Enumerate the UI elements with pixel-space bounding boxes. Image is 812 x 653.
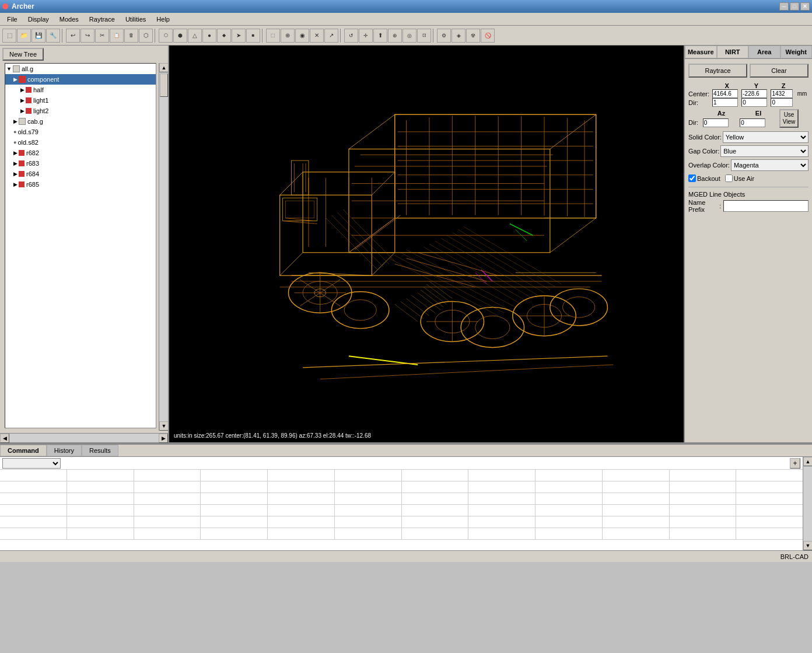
tab-measure[interactable]: Measure — [685, 46, 717, 58]
tb-pref[interactable]: 🔧 — [46, 29, 60, 43]
tb-prim7[interactable]: ■ — [246, 29, 260, 43]
el-input[interactable] — [740, 118, 765, 127]
tb-extra3[interactable]: ☢ — [466, 29, 480, 43]
tb-delete[interactable]: 🗑 — [124, 29, 138, 43]
use-air-label[interactable]: Use Air — [725, 174, 754, 182]
tb-prim5[interactable]: ◆ — [217, 29, 231, 43]
cmd-cell — [736, 481, 803, 493]
menu-file[interactable]: File — [2, 15, 22, 24]
tab-history[interactable]: History — [47, 445, 82, 456]
tree-item-cab-g[interactable]: ▶ cab.g — [5, 116, 156, 127]
tab-weight[interactable]: Weight — [780, 46, 813, 58]
menu-modes[interactable]: Modes — [55, 15, 83, 24]
tb-extra1[interactable]: ⚙ — [437, 29, 451, 43]
tree-item-r682[interactable]: ▶ r682 — [5, 148, 156, 158]
minimize-button[interactable]: ─ — [779, 2, 789, 11]
clear-button[interactable]: Clear — [750, 64, 808, 78]
tb-view1[interactable]: ⬚ — [266, 29, 280, 43]
cmd-cell — [0, 470, 67, 481]
tree-item-r683[interactable]: ▶ r683 — [5, 158, 156, 169]
tb-view5[interactable]: ↗ — [324, 29, 338, 43]
tree-item-half[interactable]: ▶ half — [5, 85, 156, 95]
menu-raytrace[interactable]: Raytrace — [85, 15, 120, 24]
tree-scroll-down[interactable]: ▼ — [159, 421, 168, 431]
raytrace-button[interactable]: Raytrace — [688, 64, 747, 78]
use-air-checkbox[interactable] — [725, 174, 733, 182]
tb-cut[interactable]: ✂ — [95, 29, 109, 43]
tree-item-r684[interactable]: ▶ r684 — [5, 169, 156, 179]
left-panel: New Tree ▼ all.g ▶ component — [0, 46, 169, 442]
cmd-dropdown[interactable] — [2, 458, 61, 469]
az-input[interactable] — [703, 118, 729, 127]
tb-prim4[interactable]: ● — [202, 29, 216, 43]
tb-rot6[interactable]: ⊡ — [417, 29, 431, 43]
tree-item-r685[interactable]: ▶ r685 — [5, 179, 156, 190]
cmd-cell — [201, 481, 268, 493]
tab-results[interactable]: Results — [82, 445, 118, 456]
cmd-cell — [335, 493, 402, 504]
backout-label[interactable]: Backout — [688, 174, 720, 182]
viewport[interactable]: units:in size:265.67 center:(81.41, 61.3… — [169, 46, 684, 442]
tab-command[interactable]: Command — [0, 445, 47, 456]
maximize-button[interactable]: □ — [790, 2, 799, 11]
tb-save[interactable]: 💾 — [32, 29, 46, 43]
svg-line-10 — [372, 253, 394, 275]
tb-undo[interactable]: ↩ — [66, 29, 80, 43]
tb-select[interactable]: ⬡ — [139, 29, 153, 43]
tree-scroll-thumb[interactable] — [160, 74, 168, 97]
tb-view4[interactable]: ✕ — [310, 29, 324, 43]
dir-z-input[interactable] — [771, 98, 793, 107]
tab-area[interactable]: Area — [748, 46, 780, 58]
tab-nirt[interactable]: NIRT — [717, 46, 749, 58]
tb-copy[interactable]: 📋 — [110, 29, 124, 43]
tb-redo[interactable]: ↪ — [80, 29, 94, 43]
tb-rot1[interactable]: ↺ — [344, 29, 358, 43]
tb-rot3[interactable]: ⬆ — [373, 29, 387, 43]
tree-scroll-up[interactable]: ▲ — [159, 63, 168, 72]
center-y-input[interactable] — [741, 89, 767, 98]
gap-color-select[interactable]: Blue Red Green — [720, 145, 808, 157]
hscroll-right[interactable]: ▶ — [159, 434, 168, 443]
solid-color-select[interactable]: Yellow Red Green — [723, 131, 808, 143]
tree-item-old-s82[interactable]: ● old.s82 — [5, 137, 156, 148]
cmd-scroll-down[interactable]: ▼ — [803, 541, 812, 550]
cmd-cell — [402, 470, 469, 481]
hscroll-left[interactable]: ◀ — [0, 434, 9, 443]
tb-rot2[interactable]: ✛ — [359, 29, 373, 43]
tb-open[interactable]: 📁 — [17, 29, 31, 43]
use-view-button[interactable]: Use View — [779, 109, 799, 128]
menu-help[interactable]: Help — [152, 15, 174, 24]
tb-extra2[interactable]: ◈ — [452, 29, 466, 43]
close-button[interactable]: ✕ — [800, 2, 810, 11]
name-prefix-input[interactable] — [723, 200, 808, 212]
plus-button[interactable]: + — [790, 458, 800, 469]
center-x-input[interactable] — [712, 89, 738, 98]
menu-utilities[interactable]: Utilities — [121, 15, 150, 24]
tb-rot4[interactable]: ⊕ — [388, 29, 402, 43]
tree-item-all-g[interactable]: ▼ all.g — [5, 64, 156, 74]
tree-item-component[interactable]: ▶ component — [5, 74, 156, 85]
menu-display[interactable]: Display — [23, 15, 54, 24]
backout-checkbox[interactable] — [688, 174, 696, 182]
tree-item-light2[interactable]: ▶ light2 — [5, 106, 156, 116]
svg-point-19 — [331, 292, 389, 329]
dir-x-input[interactable] — [712, 98, 738, 107]
cmd-scroll-up[interactable]: ▲ — [803, 457, 812, 466]
status-brl-cad: BRL-CAD — [780, 553, 808, 560]
tree-item-old-s79[interactable]: ● old.s79 — [5, 127, 156, 137]
tb-prim6[interactable]: ➤ — [232, 29, 246, 43]
overlap-color-select[interactable]: Magenta Red — [731, 159, 808, 171]
new-tree-button[interactable]: New Tree — [2, 48, 44, 61]
tb-rot5[interactable]: ◎ — [402, 29, 416, 43]
center-z-input[interactable] — [771, 89, 793, 98]
tb-view2[interactable]: ⊕ — [281, 29, 295, 43]
dir-y-input[interactable] — [741, 98, 767, 107]
tree-item-light1[interactable]: ▶ light1 — [5, 95, 156, 106]
tb-prim2[interactable]: ⬢ — [173, 29, 187, 43]
tb-prim3[interactable]: △ — [188, 29, 202, 43]
cmd-cell — [268, 528, 335, 539]
tb-prim1[interactable]: ⬡ — [159, 29, 173, 43]
tb-view3[interactable]: ◉ — [295, 29, 309, 43]
tb-new[interactable]: ⬚ — [2, 29, 16, 43]
tb-extra4[interactable]: 🚫 — [481, 29, 495, 43]
